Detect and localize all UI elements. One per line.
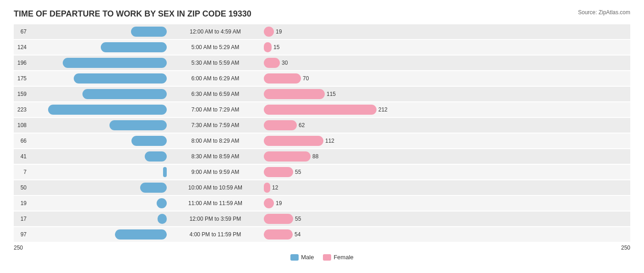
- right-section: 54: [261, 229, 417, 240]
- left-bar-wrap: [28, 120, 167, 130]
- right-section: 30: [261, 58, 417, 68]
- female-value: 12: [272, 184, 285, 191]
- left-bar-wrap: [28, 42, 167, 52]
- male-bar: [109, 120, 167, 130]
- bar-row: 50 10:00 AM to 10:59 AM 12: [14, 180, 630, 195]
- axis-right: 250: [621, 245, 630, 251]
- female-value: 62: [299, 122, 311, 128]
- left-bar-wrap: [28, 167, 167, 177]
- female-bar: [264, 27, 274, 37]
- bar-row: 66 8:00 AM to 8:29 AM 112: [14, 134, 630, 148]
- right-section: 55: [261, 167, 417, 177]
- female-bar: [264, 105, 377, 115]
- male-swatch: [290, 254, 299, 261]
- left-bar-wrap: [28, 105, 167, 115]
- time-label: 12:00 PM to 3:59 PM: [169, 216, 261, 222]
- male-value: 19: [14, 200, 27, 206]
- left-bar-wrap: [28, 136, 167, 146]
- bar-row: 223 7:00 AM to 7:29 AM 212: [14, 102, 630, 117]
- right-section: 70: [261, 73, 417, 84]
- male-value: 7: [14, 169, 27, 175]
- left-section: 66: [14, 136, 169, 146]
- left-bar-wrap: [28, 198, 167, 208]
- male-value: 196: [14, 60, 27, 66]
- female-value: 115: [327, 91, 339, 97]
- time-label: 11:00 AM to 11:59 AM: [169, 200, 261, 206]
- left-bar-wrap: [28, 73, 167, 84]
- time-label: 9:00 AM to 9:59 AM: [169, 169, 261, 175]
- female-bar: [264, 89, 325, 99]
- female-bar: [264, 42, 272, 52]
- female-bar: [264, 120, 297, 130]
- time-label: 7:30 AM to 7:59 AM: [169, 122, 261, 128]
- time-label: 5:00 AM to 5:29 AM: [169, 44, 261, 50]
- left-bar-wrap: [28, 214, 167, 224]
- female-bar: [264, 229, 293, 240]
- left-section: 41: [14, 151, 169, 162]
- male-label: Male: [301, 254, 314, 261]
- bar-row: 19 11:00 AM to 11:59 AM 19: [14, 196, 630, 211]
- bar-row: 41 8:30 AM to 8:59 AM 88: [14, 149, 630, 164]
- male-value: 50: [14, 184, 27, 191]
- right-section: 88: [261, 151, 417, 162]
- male-bar: [115, 229, 167, 240]
- bar-row: 175 6:00 AM to 6:29 AM 70: [14, 71, 630, 86]
- right-section: 19: [261, 27, 417, 37]
- male-value: 159: [14, 91, 27, 97]
- time-label: 6:30 AM to 6:59 AM: [169, 91, 261, 97]
- female-value: 30: [282, 60, 295, 66]
- chart-title: TIME OF DEPARTURE TO WORK BY SEX IN ZIP …: [14, 9, 251, 19]
- left-section: 67: [14, 27, 169, 37]
- source-text: Source: ZipAtlas.com: [578, 9, 630, 16]
- chart-area: 67 12:00 AM to 4:59 AM 19 124 5:00 AM to…: [14, 24, 630, 242]
- right-section: 115: [261, 89, 417, 99]
- time-label: 8:30 AM to 8:59 AM: [169, 153, 261, 160]
- left-section: 124: [14, 42, 169, 52]
- bar-row: 108 7:30 AM to 7:59 AM 62: [14, 118, 630, 133]
- time-label: 10:00 AM to 10:59 AM: [169, 184, 261, 191]
- male-bar: [82, 89, 167, 99]
- male-value: 124: [14, 44, 27, 50]
- right-section: 62: [261, 120, 417, 130]
- male-value: 108: [14, 122, 27, 128]
- female-value: 19: [276, 28, 289, 35]
- female-bar: [264, 136, 323, 146]
- bar-row: 67 12:00 AM to 4:59 AM 19: [14, 24, 630, 39]
- female-bar: [264, 198, 274, 208]
- left-section: 97: [14, 229, 169, 240]
- female-value: 55: [295, 216, 308, 222]
- male-bar: [158, 214, 167, 224]
- female-value: 112: [325, 138, 338, 144]
- female-value: 212: [378, 106, 391, 113]
- left-section: 17: [14, 214, 169, 224]
- time-label: 8:00 AM to 8:29 AM: [169, 138, 261, 144]
- legend-female: Female: [323, 254, 353, 261]
- time-label: 6:00 AM to 6:29 AM: [169, 75, 261, 82]
- male-bar: [140, 183, 167, 193]
- left-section: 108: [14, 120, 169, 130]
- female-value: 15: [273, 44, 286, 50]
- female-bar: [264, 214, 293, 224]
- male-bar: [131, 27, 167, 37]
- male-value: 223: [14, 106, 27, 113]
- time-label: 12:00 AM to 4:59 AM: [169, 28, 261, 35]
- left-section: 50: [14, 183, 169, 193]
- female-value: 55: [295, 169, 308, 175]
- axis-left: 250: [14, 245, 23, 251]
- male-value: 175: [14, 75, 27, 82]
- male-bar: [74, 73, 167, 84]
- bar-row: 97 4:00 PM to 11:59 PM 54: [14, 227, 630, 242]
- right-section: 212: [261, 105, 417, 115]
- left-section: 19: [14, 198, 169, 208]
- bar-row: 124 5:00 AM to 5:29 AM 15: [14, 40, 630, 55]
- bar-row: 196 5:30 AM to 5:59 AM 30: [14, 56, 630, 70]
- time-label: 4:00 PM to 11:59 PM: [169, 231, 261, 238]
- male-value: 97: [14, 231, 27, 238]
- chart-container: TIME OF DEPARTURE TO WORK BY SEX IN ZIP …: [0, 0, 644, 273]
- left-bar-wrap: [28, 229, 167, 240]
- right-section: 12: [261, 183, 417, 193]
- time-label: 5:30 AM to 5:59 AM: [169, 60, 261, 66]
- female-bar: [264, 167, 293, 177]
- left-section: 196: [14, 58, 169, 68]
- female-bar: [264, 73, 301, 84]
